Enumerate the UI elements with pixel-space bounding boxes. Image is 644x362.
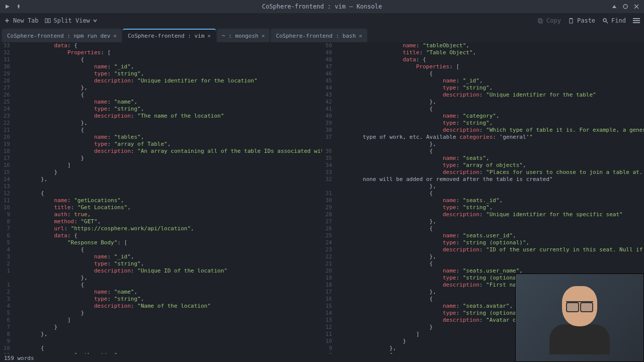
maximize-icon[interactable] [622, 3, 629, 10]
tab-close-icon[interactable]: × [359, 33, 362, 39]
close-icon[interactable] [633, 3, 640, 10]
tab-close-icon[interactable]: × [113, 33, 117, 39]
tab-npm-dev[interactable]: CoSphere-frontend : npm run dev × [2, 29, 122, 42]
chevron-down-icon [93, 19, 97, 23]
paste-label: Paste [577, 17, 595, 24]
copy-label: Copy [546, 17, 561, 24]
find-label: Find [611, 17, 626, 24]
right-gutter: 5049484746454443424140393837363534333231… [322, 42, 334, 354]
tab-vim[interactable]: CoSphere-frontend : vim × [123, 29, 216, 42]
svg-rect-2 [48, 19, 50, 23]
tab-label: CoSphere-frontend : bash [276, 33, 356, 39]
window-title: CoSphere-frontend : vim — Konsole [262, 3, 382, 10]
tab-label: ~ : mongosh [222, 33, 259, 39]
left-pane[interactable]: 3332313029282726252423222120191817161514… [0, 42, 322, 354]
left-gutter: 3332313029282726252423222120191817161514… [0, 42, 12, 354]
copy-button[interactable]: Copy [537, 17, 561, 24]
titlebar: CoSphere-frontend : vim — Konsole [0, 0, 644, 13]
tab-close-icon[interactable]: × [207, 33, 211, 39]
new-tab-button[interactable]: New Tab [4, 17, 39, 24]
tab-label: CoSphere-frontend : npm run dev [7, 33, 110, 39]
new-tab-label: New Tab [13, 17, 39, 24]
tab-close-icon[interactable]: × [262, 33, 265, 39]
svg-point-0 [623, 5, 627, 9]
svg-rect-3 [538, 19, 541, 22]
split-view-label: Split View [54, 17, 90, 24]
app-menu-icon[interactable] [4, 3, 11, 10]
svg-rect-6 [570, 18, 572, 19]
svg-rect-4 [539, 20, 542, 23]
tab-label: CoSphere-frontend : vim [128, 33, 204, 39]
svg-rect-1 [45, 19, 47, 23]
paste-button[interactable]: Paste [568, 17, 595, 24]
hamburger-menu-icon[interactable] [633, 18, 640, 23]
toolbar: New Tab Split View Copy Paste Find [0, 13, 644, 28]
find-button[interactable]: Find [602, 17, 626, 24]
webcam-overlay [515, 274, 644, 362]
svg-rect-5 [570, 19, 573, 23]
tab-mongosh[interactable]: ~ : mongosh × [217, 29, 270, 42]
tabbar: CoSphere-frontend : npm run dev × CoSphe… [0, 28, 644, 42]
split-view-button[interactable]: Split View [45, 17, 97, 24]
minimize-icon[interactable] [611, 3, 618, 10]
svg-point-7 [603, 19, 606, 22]
pin-icon[interactable] [15, 3, 22, 10]
left-code[interactable]: data: { Properties: [ { name: "_id", typ… [0, 42, 322, 354]
tab-bash[interactable]: CoSphere-frontend : bash × [271, 29, 367, 42]
